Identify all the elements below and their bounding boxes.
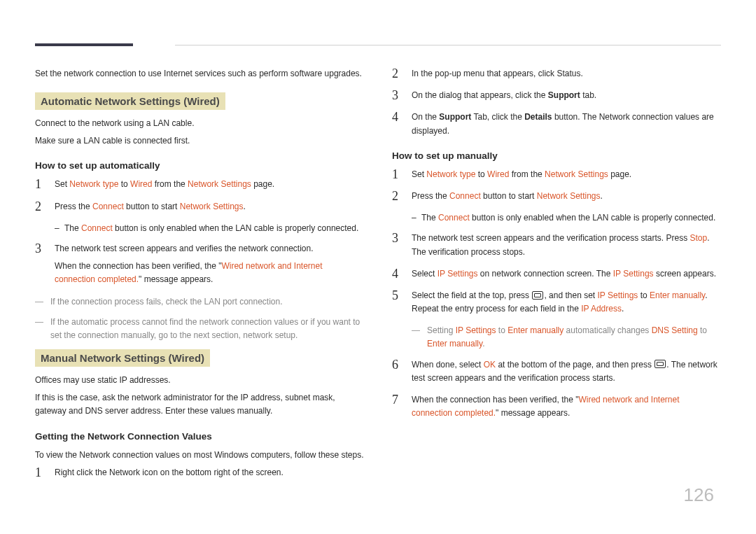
step-body: When the connection has been verified, t…	[412, 393, 721, 420]
hl-enter-manually: Enter manually	[650, 290, 705, 300]
subhead-manual-setup: How to set up manually	[392, 150, 721, 161]
step-body: Press the Connect button to start Networ…	[412, 190, 721, 203]
manual-step-5-tip: Setting IP Settings to Enter manually au…	[412, 324, 721, 351]
step-body: In the pop-up menu that appears, click S…	[412, 67, 721, 80]
t: screen appears.	[654, 269, 716, 279]
header-mark	[35, 43, 133, 46]
t: from the	[509, 169, 545, 179]
t: When the connection has been verified, t…	[412, 395, 578, 405]
manual-step-2: 2 Press the Connect button to start Netw…	[392, 190, 721, 203]
step-number: 3	[392, 232, 402, 244]
getval-step-1: 1 Right click the Network icon on the bo…	[35, 466, 364, 479]
hl-network-settings: Network Settings	[180, 202, 244, 211]
step-number: 4	[392, 267, 402, 280]
t: button is only enabled when the LAN cabl…	[113, 223, 359, 233]
auto-step-1: 1 Set Network type to Wired from the Net…	[35, 178, 364, 191]
heading-manual-network: Manual Network Settings (Wired)	[35, 349, 210, 367]
hl-stop: Stop	[690, 233, 708, 243]
hl-wired: Wired	[130, 179, 152, 189]
hl-connect: Connect	[92, 202, 124, 211]
step-number: 1	[35, 178, 45, 190]
bold-details: Details	[524, 112, 552, 122]
getval-step-4: 4 On the Support Tab, click the Details …	[392, 111, 721, 137]
t: When done, select	[412, 360, 484, 370]
step-number: 2	[35, 200, 45, 213]
hl-network-settings: Network Settings	[537, 191, 601, 201]
auto-tip-1: If the connection process fails, check t…	[35, 295, 364, 309]
t: Select the field at the top, press	[412, 290, 531, 300]
hl-enter-manually: Enter manually	[427, 339, 482, 349]
auto-step-2: 2 Press the Connect button to start Netw…	[35, 200, 364, 213]
step-body: When done, select OK at the bottom of th…	[412, 358, 721, 385]
t: The	[64, 223, 81, 233]
bold-support: Support	[548, 90, 580, 100]
auto-p2: Make sure a LAN cable is connected first…	[35, 134, 364, 148]
enter-button-icon	[532, 291, 543, 300]
manual-step-4: 4 Select IP Settings on network connecti…	[392, 267, 721, 281]
step-number: 2	[392, 67, 402, 80]
manual-step-6: 6 When done, select OK at the bottom of …	[392, 358, 721, 385]
hl-dns-setting: DNS Setting	[652, 325, 698, 335]
t: Set	[412, 169, 426, 179]
hl-network-settings: Network Settings	[545, 169, 608, 179]
t: button to start	[481, 191, 537, 201]
t: Press the	[412, 191, 449, 201]
content-columns: Set the network connection to use Intern…	[35, 67, 721, 488]
t: Set	[55, 179, 69, 189]
hl-ip-settings: IP Settings	[598, 290, 638, 300]
step-number: 6	[392, 358, 402, 371]
intro-text: Set the network connection to use Intern…	[35, 67, 364, 80]
auto-p1: Connect to the network using a LAN cable…	[35, 117, 364, 130]
t: tab.	[580, 90, 596, 100]
step-body: Press the Connect button to start Networ…	[55, 200, 364, 213]
step-number: 4	[392, 111, 402, 123]
t: button to start	[124, 202, 180, 211]
t: page.	[251, 179, 274, 189]
t: .	[622, 304, 624, 314]
step-body: Right click the Network icon on the bott…	[55, 466, 364, 479]
manual-p1: Offices may use static IP addresses.	[35, 374, 364, 387]
t: On the	[412, 112, 439, 122]
step-number: 1	[35, 466, 45, 479]
page-number: 126	[684, 484, 714, 506]
right-column: 2 In the pop-up menu that appears, click…	[392, 67, 721, 488]
step-body: Select the field at the top, press , and…	[412, 289, 721, 316]
hl-ok: OK	[484, 360, 496, 370]
manual-step-3: 3 The network test screen appears and th…	[392, 232, 721, 258]
step-body: Set Network type to Wired from the Netwo…	[412, 168, 721, 181]
hl-ip-address: IP Address	[581, 304, 622, 314]
auto-step-3: 3 The network test screen appears and ve…	[35, 242, 364, 287]
getval-step-3: 3 On the dialog that appears, click the …	[392, 89, 721, 102]
t: .	[243, 202, 245, 211]
step-body: Set Network type to Wired from the Netwo…	[55, 178, 364, 191]
step-number: 5	[392, 289, 402, 302]
t: Press the	[55, 202, 92, 211]
t: to	[698, 325, 707, 335]
manual-step-7: 7 When the connection has been verified,…	[392, 393, 721, 420]
t: on network connection screen. The	[478, 269, 613, 279]
subhead-auto-setup: How to set up automatically	[35, 160, 364, 171]
hl-enter-manually: Enter manually	[507, 325, 564, 335]
t: button is only enabled when the LAN cabl…	[470, 213, 716, 223]
t: The	[421, 213, 438, 223]
t: , and then set	[544, 290, 597, 300]
t: The network test screen appears and the …	[412, 233, 690, 243]
hl-ip-settings: IP Settings	[438, 269, 478, 279]
bold-support: Support	[439, 112, 471, 122]
step-body: The network test screen appears and veri…	[55, 242, 364, 287]
step-body: The network test screen appears and the …	[412, 232, 721, 258]
t: to	[638, 290, 650, 300]
t: from the	[152, 179, 188, 189]
t: page.	[608, 169, 631, 179]
t: Setting	[427, 325, 456, 335]
t: On the dialog that appears, click the	[412, 90, 548, 100]
heading-auto-network: Automatic Network Settings (Wired)	[35, 92, 225, 110]
header-rule	[175, 45, 721, 45]
t: " message appears.	[139, 274, 213, 284]
step-number: 3	[392, 89, 402, 101]
auto-tip-2: If the automatic process cannot find the…	[35, 316, 364, 342]
step-number: 1	[392, 168, 402, 181]
hl-ip-settings: IP Settings	[456, 325, 496, 335]
getval-step-2: 2 In the pop-up menu that appears, click…	[392, 67, 721, 80]
enter-button-icon	[654, 360, 666, 368]
